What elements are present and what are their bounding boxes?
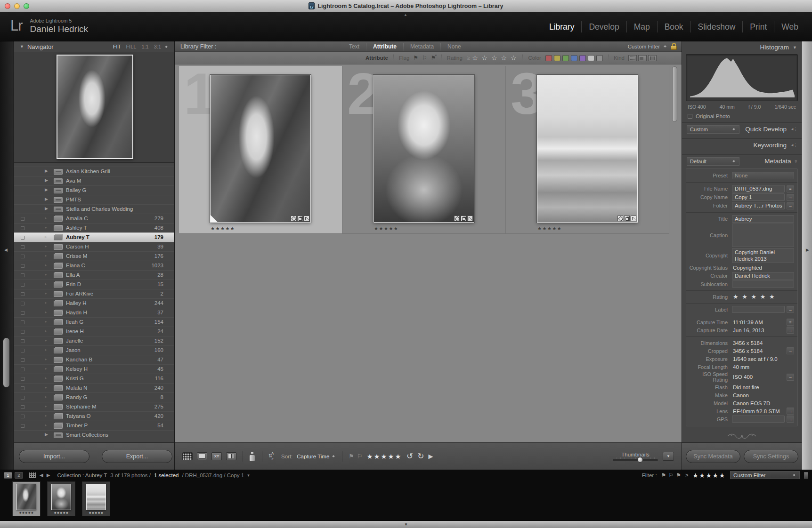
metadata-field-value[interactable]: Daniel Hedrick: [732, 272, 794, 280]
filmstrip-flag-reject-icon[interactable]: ⚑: [676, 472, 681, 479]
disclosure-triangle-icon[interactable]: [45, 432, 48, 437]
filter-preset-value[interactable]: Custom Filter: [628, 44, 660, 49]
collection-row[interactable]: Asian Kitchen Grill: [14, 167, 174, 176]
collection-export-checkbox[interactable]: [21, 320, 24, 324]
bottom-panel-reveal-icon[interactable]: ▼: [404, 522, 408, 527]
source-caret-icon[interactable]: ▾: [247, 473, 250, 478]
filter-tab[interactable]: Attribute: [366, 43, 403, 50]
collection-row[interactable]: Stella and Charles Wedding: [14, 204, 174, 214]
metadata-field-value[interactable]: Copyright Daniel Hedrick 2013: [732, 248, 794, 263]
disclosure-triangle-icon[interactable]: [45, 225, 47, 230]
collection-row[interactable]: Carson H 39: [14, 242, 174, 251]
kind-videos-icon[interactable]: [648, 55, 657, 61]
metadata-field-value[interactable]: ISO 400: [732, 374, 785, 381]
disclosure-triangle-icon[interactable]: [45, 234, 47, 239]
filter-preset-spinner-icon[interactable]: [663, 44, 667, 49]
metadata-field-value[interactable]: ★ ★ ★ ★ ★: [732, 293, 794, 300]
collection-row[interactable]: Ava M: [14, 176, 174, 185]
filmstrip-filter-preset-dropdown[interactable]: Custom Filter: [730, 471, 800, 479]
filmstrip-thumbnail-cell[interactable]: ★★★★★: [47, 481, 75, 516]
grid-cell[interactable]: 1 ★★★★★: [179, 66, 342, 234]
metadata-action-menu-icon[interactable]: ≡: [787, 185, 794, 192]
rotate-right-icon[interactable]: ↻: [417, 452, 424, 460]
collection-row[interactable]: Ashley T 408: [14, 223, 174, 232]
keywording-header[interactable]: Keywording ◄⋮: [682, 139, 802, 151]
keyword-badge-icon[interactable]: [291, 216, 296, 221]
collection-row[interactable]: Irene H 24: [14, 327, 174, 336]
metadata-field-value[interactable]: Did not fire: [732, 384, 794, 391]
collection-export-checkbox[interactable]: [21, 283, 24, 287]
metadata-go-arrow-icon[interactable]: →: [787, 202, 794, 209]
collection-export-checkbox[interactable]: [21, 396, 24, 400]
module-tab[interactable]: Slideshow: [690, 21, 743, 32]
module-tab[interactable]: Develop: [581, 21, 626, 32]
color-swatch[interactable]: [588, 55, 594, 61]
disclosure-triangle-icon[interactable]: [45, 394, 47, 399]
filmstrip-thumbnail-cell[interactable]: ★★★★★: [82, 481, 110, 516]
disclosure-triangle-icon[interactable]: [45, 216, 47, 220]
crop-badge-icon[interactable]: [467, 216, 473, 221]
minimize-window-button[interactable]: [14, 3, 20, 9]
grid-cell[interactable]: 2 ★★★★★: [342, 66, 506, 234]
sort-value-dropdown[interactable]: Capture Time: [297, 454, 336, 459]
color-swatch[interactable]: [545, 55, 552, 61]
metadata-field-value[interactable]: Aubrey: [732, 215, 794, 223]
secondary-window-button[interactable]: 1: [4, 472, 12, 479]
collection-export-checkbox[interactable]: [21, 415, 24, 418]
thumbnail-size-slider[interactable]: [613, 459, 658, 461]
collection-row[interactable]: Smart Collections: [14, 430, 174, 440]
survey-view-icon[interactable]: [226, 452, 236, 460]
disclosure-triangle-icon[interactable]: [45, 281, 47, 286]
collection-row[interactable]: Randy G 8: [14, 392, 174, 402]
collection-row[interactable]: Elana C 1023: [14, 261, 174, 270]
cell-rating-stars[interactable]: ★★★★★: [374, 226, 398, 231]
top-panel-reveal-icon[interactable]: ▲: [404, 13, 407, 17]
collection-row[interactable]: Erin D 15: [14, 280, 174, 289]
toolbar-rating-stars[interactable]: ★★★★★: [367, 453, 402, 460]
impromptu-slideshow-icon[interactable]: ▶: [428, 453, 433, 460]
kind-master-photos-icon[interactable]: [628, 55, 637, 61]
metadata-field-value[interactable]: EF40mm f/2.8 STM: [732, 408, 785, 415]
collection-row[interactable]: Malala N 240: [14, 383, 174, 392]
kind-virtual-copies-icon[interactable]: [638, 55, 647, 61]
disclosure-triangle-icon[interactable]: [45, 197, 48, 201]
copy-badge-icon[interactable]: [297, 216, 303, 221]
disclosure-triangle-icon[interactable]: [45, 253, 47, 258]
navigator-zoom-option[interactable]: FILL: [126, 44, 136, 49]
collection-row[interactable]: Ileah G 154: [14, 317, 174, 327]
metadata-field-value[interactable]: None: [732, 172, 794, 179]
flag-rejected-icon[interactable]: ⚑: [431, 55, 436, 61]
rating-filter-stars[interactable]: ☆ ☆ ☆ ☆ ☆: [472, 54, 517, 62]
quick-develop-preset-dropdown[interactable]: Custom: [687, 125, 739, 134]
disclosure-triangle-icon[interactable]: [45, 206, 48, 211]
disclosure-triangle-icon[interactable]: [45, 178, 48, 183]
cell-rating-stars[interactable]: ★★★★★: [211, 226, 235, 231]
module-tab[interactable]: Map: [626, 21, 657, 32]
collection-row[interactable]: Kristi G 116: [14, 374, 174, 383]
collection-row[interactable]: Jason 160: [14, 345, 174, 355]
collection-export-checkbox[interactable]: [21, 273, 24, 277]
zoom-window-button[interactable]: [24, 3, 29, 9]
collection-row[interactable]: Bailey G: [14, 185, 174, 195]
sort-direction-icon[interactable]: ⇅: [268, 452, 277, 461]
bottom-panel-strip[interactable]: ▼: [0, 520, 812, 528]
rotate-left-icon[interactable]: ↺: [406, 452, 413, 460]
filter-tab[interactable]: Text: [342, 43, 366, 50]
collection-export-checkbox[interactable]: [21, 292, 24, 296]
collection-export-checkbox[interactable]: [21, 339, 24, 343]
filter-lock-icon[interactable]: [671, 43, 677, 50]
photo-thumbnail[interactable]: [374, 75, 474, 223]
metadata-field-value[interactable]: 3456 x 5184: [732, 347, 785, 354]
module-tab[interactable]: Print: [742, 21, 774, 32]
disclosure-triangle-icon[interactable]: [45, 328, 47, 333]
collection-export-checkbox[interactable]: [21, 245, 24, 249]
collection-row[interactable]: Kelsey H 45: [14, 364, 174, 374]
collection-export-checkbox[interactable]: [21, 368, 24, 371]
collection-export-checkbox[interactable]: [21, 255, 24, 258]
disclosure-triangle-icon[interactable]: [45, 244, 47, 248]
collection-row[interactable]: Amalia C 279: [14, 214, 174, 223]
collection-export-checkbox[interactable]: [21, 264, 24, 268]
metadata-go-arrow-icon[interactable]: →: [787, 408, 794, 415]
metadata-action-menu-icon[interactable]: ≡: [787, 319, 794, 326]
metadata-header[interactable]: Default Metadata ▿: [682, 155, 802, 167]
